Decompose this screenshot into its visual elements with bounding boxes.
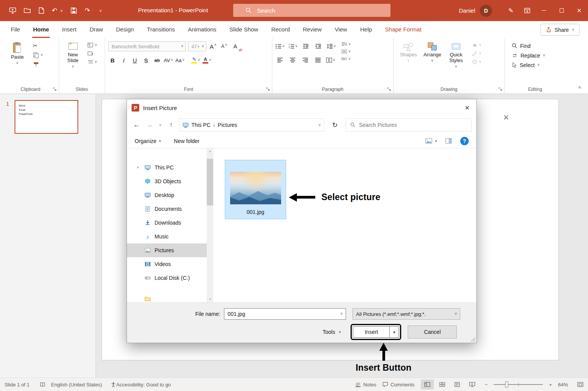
tab-insert[interactable]: Insert <box>57 21 82 38</box>
slide-thumbnail[interactable]: Word Excel PowerPoint <box>15 100 78 134</box>
tree-item-3d-objects[interactable]: 3D Objects <box>127 174 207 188</box>
back-button[interactable]: ← <box>132 119 142 131</box>
breadcrumb-this-pc[interactable]: This PC <box>191 122 211 128</box>
character-spacing-button[interactable]: AV˅ <box>164 55 173 65</box>
language-indicator[interactable]: English (United States) <box>51 382 102 388</box>
bold-button[interactable]: B <box>108 55 117 65</box>
zoom-slider[interactable] <box>494 384 543 385</box>
change-case-button[interactable]: Aa˅ <box>175 55 184 65</box>
file-type-dropdown[interactable]: All Pictures (*.emf;*.wmf;*.jpg;*. ˅ <box>352 308 460 320</box>
underline-button[interactable]: U <box>130 55 139 65</box>
tree-item-videos[interactable]: Videos <box>127 257 207 271</box>
align-center-button[interactable] <box>288 55 297 65</box>
tree-item-documents[interactable]: Documents <box>127 202 207 216</box>
scrollbar-thumb[interactable] <box>207 159 213 205</box>
paragraph-dialog-launcher-icon[interactable] <box>387 87 391 91</box>
bullets-button[interactable]: ˅ <box>275 41 285 51</box>
italic-button[interactable]: I <box>119 55 128 65</box>
recent-locations-icon[interactable]: ˅ <box>158 119 163 131</box>
tab-draw[interactable]: Draw <box>84 21 108 38</box>
dialog-close-button[interactable]: × <box>458 99 476 116</box>
copy-button[interactable]: ˅ <box>33 52 43 58</box>
undo-dropdown-icon[interactable]: ˅ <box>60 8 63 13</box>
slide-show-button[interactable] <box>466 380 479 389</box>
find-button[interactable]: Find <box>512 41 562 51</box>
cancel-button[interactable]: Cancel <box>408 325 457 338</box>
slide-layout-button[interactable]: ˅ <box>87 43 97 48</box>
justify-button[interactable] <box>313 55 322 65</box>
tree-scrollbar[interactable]: ˄ ˅ <box>207 148 213 302</box>
scroll-up-icon[interactable]: ˄ <box>209 148 211 155</box>
cut-button[interactable]: ✂ <box>33 43 43 49</box>
strikethrough-button[interactable]: ab <box>153 55 161 65</box>
chevron-down-icon[interactable]: ˅ <box>341 312 343 316</box>
refresh-button[interactable]: ↻ <box>327 119 343 131</box>
share-button[interactable]: Share ˅ <box>540 24 580 36</box>
avatar[interactable]: D <box>480 5 492 17</box>
highlight-color-button[interactable]: ✎ ˅ <box>191 55 200 65</box>
tab-slide-show[interactable]: Slide Show <box>224 21 264 38</box>
resize-grip[interactable] <box>471 337 476 342</box>
file-tile-001-jpg[interactable]: 001.jpg <box>225 160 286 219</box>
zoom-slider-thumb[interactable] <box>505 381 508 388</box>
reading-view-button[interactable] <box>451 380 464 389</box>
paste-button[interactable]: Paste ˅ <box>5 41 29 68</box>
select-button[interactable]: Select ˅ <box>512 60 562 70</box>
scroll-down-icon[interactable]: ˅ <box>209 296 211 302</box>
tree-item-pictures[interactable]: Pictures <box>127 243 207 257</box>
comments-button[interactable]: Comments <box>382 382 415 388</box>
font-name-combo[interactable]: Bahnschrift SemiBold ˅ <box>108 41 186 51</box>
save-icon[interactable] <box>71 7 77 14</box>
tab-review[interactable]: Review <box>298 21 327 38</box>
customize-qat-icon[interactable]: ˅ <box>99 8 102 13</box>
format-painter-button[interactable] <box>33 62 43 68</box>
minimize-button[interactable] <box>535 0 553 21</box>
clear-formatting-button[interactable]: A <box>231 41 240 51</box>
align-text-button[interactable]: ˅ <box>341 49 351 54</box>
increase-indent-button[interactable] <box>314 41 323 51</box>
new-file-icon[interactable] <box>38 7 44 14</box>
up-button[interactable]: ↑ <box>166 119 176 131</box>
font-color-button[interactable]: A ˅ <box>203 55 211 65</box>
tab-animations[interactable]: Animations <box>183 21 222 38</box>
section-button[interactable]: ˅ <box>87 59 97 64</box>
tab-help[interactable]: Help <box>355 21 377 38</box>
tab-transitions[interactable]: Transitions <box>142 21 180 38</box>
spell-check-icon[interactable] <box>40 382 46 387</box>
new-folder-button[interactable]: New folder <box>174 138 199 144</box>
tree-item-partial[interactable] <box>127 292 207 302</box>
text-direction-button[interactable]: ˅ <box>341 42 351 47</box>
tree-item-local-disk[interactable]: Local Disk (C:) <box>127 271 207 285</box>
insert-dropdown-button[interactable]: ▾ <box>389 327 399 337</box>
insert-button[interactable]: Insert <box>353 327 389 337</box>
decrease-indent-button[interactable] <box>301 41 310 51</box>
dialog-search-box[interactable]: Search Pictures <box>346 118 472 131</box>
collapse-ribbon-icon[interactable]: ˄ <box>578 85 581 90</box>
ribbon-display-options-icon[interactable] <box>519 0 535 21</box>
replace-button[interactable]: Replace ˅ <box>512 51 562 60</box>
search-box[interactable]: Search <box>233 4 390 17</box>
line-spacing-button[interactable]: ˅ <box>327 41 336 51</box>
arrange-button[interactable]: Arrange ˅ <box>420 41 444 69</box>
increase-font-size-button[interactable]: A˄ <box>209 41 217 51</box>
slide-sorter-view-button[interactable] <box>436 380 449 389</box>
tab-record[interactable]: Record <box>266 21 295 38</box>
tools-dropdown[interactable]: Tools ▾ <box>323 329 341 335</box>
pen-icon[interactable]: ✎ <box>503 0 519 21</box>
preview-pane-button[interactable] <box>445 138 452 144</box>
tab-file[interactable]: File <box>5 21 25 38</box>
file-name-input[interactable]: 001.jpg ˅ <box>224 308 346 320</box>
zoom-level[interactable]: 64% <box>558 382 571 388</box>
help-button[interactable]: ? <box>460 137 469 145</box>
tree-item-desktop[interactable]: Desktop <box>127 188 207 202</box>
tree-item-downloads[interactable]: Downloads <box>127 216 207 230</box>
text-shadow-button[interactable]: S <box>142 55 150 65</box>
start-slideshow-icon[interactable] <box>9 7 16 14</box>
change-view-button[interactable]: ▾ <box>425 138 437 144</box>
align-left-button[interactable] <box>275 55 284 65</box>
organize-button[interactable]: Organize ▾ <box>135 138 161 144</box>
decrease-font-size-button[interactable]: A˅ <box>220 41 229 51</box>
fit-slide-to-window-button[interactable] <box>577 382 583 387</box>
tree-item-this-pc[interactable]: ˅ This PC <box>127 161 207 174</box>
open-folder-icon[interactable] <box>24 8 31 13</box>
